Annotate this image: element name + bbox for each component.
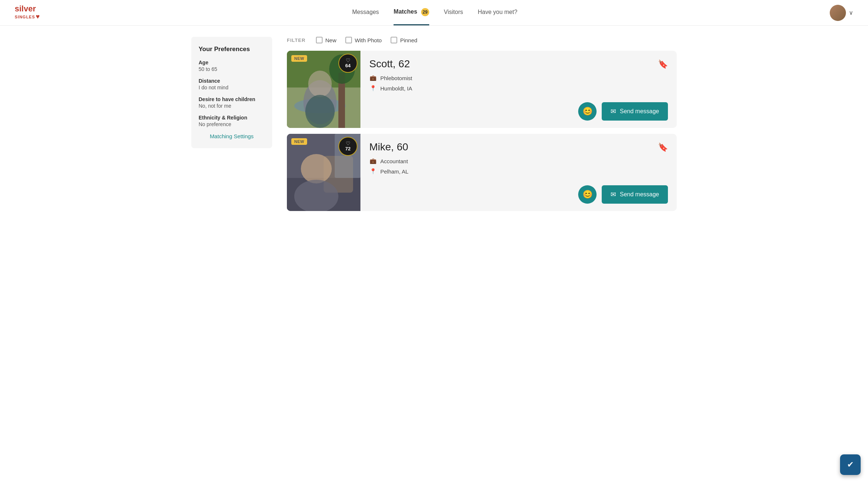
scott-send-message-button[interactable]: ✉ Send message xyxy=(602,102,668,121)
scott-compatibility: ♡ 64 xyxy=(338,54,357,73)
mike-location-row: 📍 Pelham, AL xyxy=(369,168,668,175)
pref-age: Age 50 to 65 xyxy=(199,60,265,72)
scott-photo[interactable]: NEW ♡ 64 xyxy=(287,51,360,128)
filter-new[interactable]: New xyxy=(316,37,337,43)
mike-send-message-button[interactable]: ✉ Send message xyxy=(602,185,668,204)
scott-occupation-row: 💼 Phlebotomist xyxy=(369,74,668,82)
svg-point-11 xyxy=(301,154,332,183)
scott-send-label: Send message xyxy=(620,108,659,115)
user-avatar[interactable] xyxy=(830,5,846,21)
scott-smiley-button[interactable]: 😊 xyxy=(578,102,597,121)
nav-messages[interactable]: Messages xyxy=(352,1,379,25)
location-icon-2: 📍 xyxy=(369,168,377,175)
scott-header: Scott, 62 🔖 xyxy=(369,58,668,70)
nav-matches[interactable]: Matches 29 xyxy=(394,0,429,25)
filter-pinned-checkbox[interactable] xyxy=(391,37,397,43)
logo-heart-icon: ♥ xyxy=(36,13,40,21)
scott-occupation: Phlebotomist xyxy=(380,75,412,81)
mike-occupation-row: 💼 Accountant xyxy=(369,157,668,165)
header-user: ∨ xyxy=(830,5,853,21)
filter-new-checkbox[interactable] xyxy=(316,37,323,43)
matches-badge: 29 xyxy=(421,8,429,16)
main-nav: Messages Matches 29 Visitors Have you me… xyxy=(352,0,517,25)
match-card-mike: NEW ♡ 72 Mike, 60 🔖 💼 Accountant xyxy=(287,134,677,211)
mike-header: Mike, 60 🔖 xyxy=(369,141,668,153)
filter-with-photo[interactable]: With Photo xyxy=(345,37,382,43)
scott-location: Humboldt, IA xyxy=(380,85,412,92)
scott-details: 💼 Phlebotomist 📍 Humboldt, IA xyxy=(369,74,668,96)
mike-info: Mike, 60 🔖 💼 Accountant 📍 Pelham, AL 😊 xyxy=(360,134,677,211)
logo-mark: silver SINGLES ♥ xyxy=(15,5,40,21)
filter-pinned[interactable]: Pinned xyxy=(391,37,417,43)
pref-distance-value: I do not mind xyxy=(199,85,265,90)
pref-ethnicity: Ethnicity & Religion No preference xyxy=(199,115,265,127)
logo: silver SINGLES ♥ xyxy=(15,5,40,21)
preferences-sidebar: Your Preferences Age 50 to 65 Distance I… xyxy=(191,37,272,148)
scott-new-badge: NEW xyxy=(291,55,307,62)
scott-name: Scott, 62 xyxy=(369,58,410,70)
match-card-scott: NEW ♡ 64 Scott, 62 🔖 💼 Phlebotomist xyxy=(287,51,677,128)
scott-bookmark-icon[interactable]: 🔖 xyxy=(658,60,668,69)
nav-visitors[interactable]: Visitors xyxy=(444,1,463,25)
pref-distance: Distance I do not mind xyxy=(199,78,265,90)
filter-pinned-label: Pinned xyxy=(400,37,417,43)
svg-point-7 xyxy=(305,95,335,128)
scott-info: Scott, 62 🔖 💼 Phlebotomist 📍 Humboldt, I… xyxy=(360,51,677,128)
pref-ethnicity-label: Ethnicity & Religion xyxy=(199,115,265,121)
mike-new-badge: NEW xyxy=(291,138,307,145)
nav-have-you-met[interactable]: Have you met? xyxy=(478,1,517,25)
pref-children: Desire to have children No, not for me xyxy=(199,96,265,109)
mail-icon: ✉ xyxy=(611,107,616,115)
sidebar-title: Your Preferences xyxy=(199,46,265,53)
mike-location: Pelham, AL xyxy=(380,168,409,175)
mike-photo[interactable]: NEW ♡ 72 xyxy=(287,134,360,211)
header: silver SINGLES ♥ Messages Matches 29 Vis… xyxy=(0,0,868,26)
mike-occupation: Accountant xyxy=(380,158,408,164)
filter-bar: FILTER New With Photo Pinned xyxy=(287,37,677,43)
filter-new-label: New xyxy=(326,37,337,43)
mike-bookmark-icon[interactable]: 🔖 xyxy=(658,143,668,152)
filter-with-photo-checkbox[interactable] xyxy=(345,37,352,43)
matching-settings-link[interactable]: Matching Settings xyxy=(199,133,265,139)
compat-heart-icon: ♡ xyxy=(346,58,351,63)
matches-content: FILTER New With Photo Pinned xyxy=(272,37,677,217)
main-content: Your Preferences Age 50 to 65 Distance I… xyxy=(177,26,691,228)
scott-compat-score: 64 xyxy=(345,63,351,69)
pref-children-value: No, not for me xyxy=(199,103,265,109)
mike-actions: 😊 ✉ Send message xyxy=(369,185,668,204)
svg-point-6 xyxy=(308,71,332,97)
filter-with-photo-label: With Photo xyxy=(355,37,382,43)
filter-label: FILTER xyxy=(287,37,306,43)
logo-singles: SINGLES xyxy=(15,15,35,19)
mike-compat-score: 72 xyxy=(345,146,351,152)
pref-distance-label: Distance xyxy=(199,78,265,84)
pref-age-value: 50 to 65 xyxy=(199,66,265,72)
briefcase-icon: 💼 xyxy=(369,74,377,82)
pref-age-label: Age xyxy=(199,60,265,65)
scott-location-row: 📍 Humboldt, IA xyxy=(369,85,668,92)
mail-icon-2: ✉ xyxy=(611,190,616,199)
logo-text: silver xyxy=(15,5,40,13)
pref-ethnicity-value: No preference xyxy=(199,121,265,127)
avatar-image xyxy=(830,5,846,21)
mike-name: Mike, 60 xyxy=(369,141,408,153)
location-icon: 📍 xyxy=(369,85,377,92)
mike-details: 💼 Accountant 📍 Pelham, AL xyxy=(369,157,668,179)
profile-menu-chevron[interactable]: ∨ xyxy=(849,9,853,16)
mike-send-label: Send message xyxy=(620,191,659,198)
compat-heart-icon-2: ♡ xyxy=(346,141,351,146)
scott-actions: 😊 ✉ Send message xyxy=(369,102,668,121)
mike-compatibility: ♡ 72 xyxy=(338,137,357,156)
briefcase-icon-2: 💼 xyxy=(369,157,377,165)
mike-smiley-button[interactable]: 😊 xyxy=(578,185,597,204)
pref-children-label: Desire to have children xyxy=(199,96,265,102)
